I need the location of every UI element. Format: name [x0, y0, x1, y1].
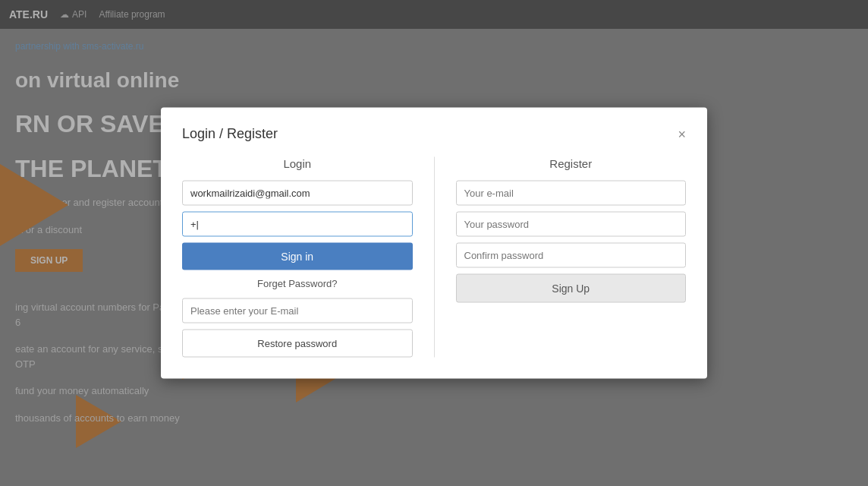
column-divider: [434, 157, 435, 358]
login-password-input[interactable]: [182, 212, 413, 237]
modal-title: Login / Register: [182, 126, 278, 142]
register-column: Register Sign Up: [456, 157, 687, 358]
register-heading: Register: [456, 157, 687, 170]
modal-header: Login / Register ×: [182, 126, 686, 142]
restore-email-input[interactable]: [182, 298, 413, 323]
register-password-input[interactable]: [456, 212, 687, 237]
login-column: Login Sign in Forget Password? Restore p…: [182, 157, 413, 358]
register-confirm-input[interactable]: [456, 243, 687, 268]
forget-password-link[interactable]: Forget Password?: [182, 278, 413, 289]
login-email-input[interactable]: [182, 181, 413, 206]
signin-button[interactable]: Sign in: [182, 243, 413, 270]
modal-close-button[interactable]: ×: [678, 127, 686, 140]
modal-body: Login Sign in Forget Password? Restore p…: [182, 157, 686, 358]
login-heading: Login: [182, 157, 413, 170]
login-register-modal: Login / Register × Login Sign in Forget …: [161, 108, 707, 379]
signup-button[interactable]: Sign Up: [456, 274, 687, 303]
restore-password-button[interactable]: Restore password: [182, 330, 413, 358]
register-email-input[interactable]: [456, 181, 687, 206]
